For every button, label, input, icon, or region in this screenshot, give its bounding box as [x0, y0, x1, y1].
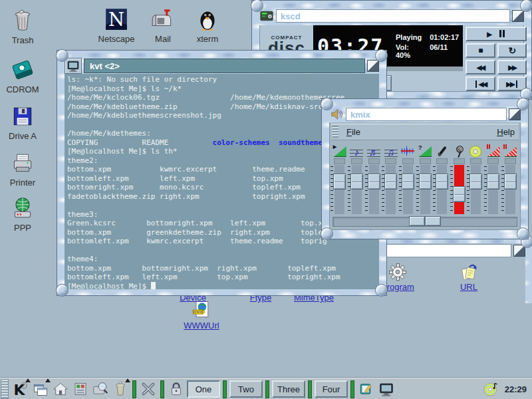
channel-mute-box[interactable] [368, 158, 380, 164]
terminal-icon[interactable] [65, 58, 82, 74]
kmix-titlebar[interactable]: kmix [329, 106, 521, 122]
channel-mute-box[interactable] [487, 158, 499, 164]
recording-1-icon [487, 146, 500, 158]
maximize-button[interactable] [512, 10, 524, 22]
volume-slider-handle[interactable] [333, 174, 346, 190]
desktop-icon-trash[interactable]: Trash [1, 8, 44, 45]
kfm-icon-wwwurl[interactable]: WWWWWWUrl [178, 299, 225, 331]
k-menu-button[interactable]: K [12, 380, 29, 398]
volume-slider-track[interactable] [369, 165, 379, 214]
volume-slider-handle[interactable] [504, 174, 517, 190]
volume-slider-track[interactable] [386, 165, 396, 214]
maximize-button[interactable] [367, 60, 379, 72]
channel-icon-cell[interactable] [400, 142, 417, 158]
kmix-horizontal-scrollbar[interactable] [332, 217, 517, 227]
volume-slider-track[interactable] [505, 165, 515, 214]
loop-button[interactable]: ↻ [497, 43, 527, 58]
kfm-icon-url[interactable]: URL [446, 262, 492, 292]
window-corner-knob[interactable] [517, 227, 529, 240]
volume-slider-handle[interactable] [368, 174, 380, 190]
desktop-pager-three[interactable]: Three [272, 380, 305, 398]
window-corner-knob[interactable] [517, 98, 529, 110]
control-panel-button[interactable] [72, 380, 89, 398]
disk-search-button[interactable] [92, 380, 109, 398]
window-list-button[interactable] [32, 380, 49, 398]
channel-mute-box[interactable] [402, 158, 414, 164]
desktop-icon-drive-a[interactable]: Drive A [1, 104, 44, 141]
menubar-grip[interactable] [332, 126, 338, 138]
desktop-icon-cdrom[interactable]: CDROM [1, 57, 44, 94]
volume-slider-handle[interactable] [419, 174, 432, 190]
channel-mute-box[interactable] [351, 158, 362, 164]
volume-slider-handle[interactable] [487, 174, 499, 190]
volume-slider-track[interactable] [334, 165, 344, 214]
kvt-titlebar[interactable]: kvt <2> [65, 58, 379, 74]
window-corner-knob[interactable] [56, 49, 68, 62]
menu-file[interactable]: File [342, 127, 364, 137]
channel-icon-cell[interactable]: ♪ [348, 142, 366, 158]
cd-player-button[interactable] [482, 380, 499, 398]
panel-collapse-handle[interactable] [1, 379, 9, 399]
channel-icon-cell[interactable] [450, 142, 467, 158]
fast-forward-button[interactable]: ▶▶ [497, 60, 527, 74]
lock-button[interactable] [168, 380, 185, 398]
channel-mute-box[interactable] [385, 158, 396, 164]
prev-track-button[interactable]: ◀◀ [466, 76, 495, 91]
scrollbar-handle[interactable] [409, 216, 441, 226]
maximize-button[interactable] [509, 108, 521, 120]
desktop-icon-ppp[interactable]: PPP [1, 196, 44, 233]
channel-mute-box[interactable] [505, 158, 516, 164]
treble-icon: ♬ [367, 146, 380, 158]
window-corner-knob[interactable] [375, 284, 388, 297]
channel-mute-box[interactable] [334, 158, 345, 164]
close-x-button[interactable] [140, 380, 157, 398]
window-corner-knob[interactable] [56, 284, 68, 297]
recycle-button[interactable] [112, 380, 129, 398]
volume-slider-track[interactable] [471, 165, 481, 214]
channel-icon-cell[interactable] [467, 142, 485, 158]
window-corner-knob[interactable] [375, 49, 388, 62]
window-corner-knob[interactable] [321, 98, 333, 110]
channel-icon-cell[interactable] [485, 142, 502, 158]
volume-slider-handle[interactable] [384, 174, 397, 190]
terminal-button[interactable] [378, 380, 395, 398]
stop-button[interactable]: ■ [466, 43, 495, 58]
kfm-titlebar[interactable] [370, 243, 525, 258]
channel-icon-cell[interactable] [434, 142, 451, 158]
desktop-icon-netscape[interactable]: NNetscape [95, 7, 138, 44]
notes-button[interactable] [358, 380, 375, 398]
channel-mute-box[interactable] [436, 158, 448, 164]
window-corner-knob[interactable] [321, 227, 333, 240]
window-corner-knob[interactable] [520, 0, 532, 12]
volume-slider-handle[interactable] [436, 174, 448, 190]
volume-slider-handle[interactable] [350, 174, 363, 190]
desktop-pager-one[interactable]: One [187, 380, 220, 398]
channel-mute-box[interactable] [454, 158, 465, 164]
play-pause-button[interactable]: ▶ [466, 27, 527, 41]
rewind-button[interactable]: ◀◀ [466, 60, 495, 74]
volume-slider-handle[interactable] [453, 186, 466, 202]
desktop-pager-four[interactable]: Four [315, 380, 348, 398]
kscd-titlebar[interactable]: kscd [259, 8, 524, 24]
volume-slider-handle[interactable] [469, 174, 482, 190]
channel-mute-box[interactable] [420, 158, 431, 164]
channel-icon-cell[interactable]: ? [416, 142, 434, 158]
channel-icon-cell[interactable]: ♫ [382, 142, 400, 158]
volume-slider-track[interactable] [488, 165, 498, 214]
channel-icon-cell[interactable]: ▶ [331, 142, 348, 158]
volume-slider-handle[interactable] [402, 174, 414, 190]
desktop-icon-xterm[interactable]: xterm [186, 7, 229, 44]
volume-slider-track[interactable] [420, 165, 430, 214]
desktop-icon-mail[interactable]: Mail [142, 7, 184, 44]
desktop-icon-printer[interactable]: Printer [1, 150, 44, 188]
volume-slider-track[interactable] [437, 165, 447, 214]
volume-slider-track[interactable] [403, 165, 413, 214]
channel-icon-cell[interactable] [501, 142, 519, 158]
desktop-pager-two[interactable]: Two [229, 380, 263, 398]
volume-slider-track[interactable] [454, 165, 464, 214]
volume-slider-track[interactable] [352, 165, 362, 214]
menu-help[interactable]: Help [493, 127, 519, 137]
channel-icon-cell[interactable]: ♬ [365, 142, 382, 158]
home-button[interactable] [52, 380, 69, 398]
channel-mute-box[interactable] [470, 158, 481, 164]
